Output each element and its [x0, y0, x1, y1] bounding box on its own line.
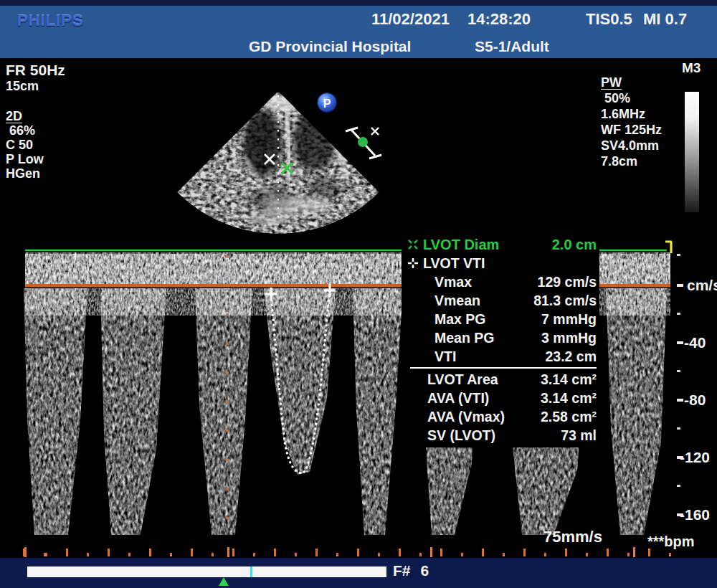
sector-fan — [177, 91, 379, 234]
gray-map-label: M3 — [682, 60, 701, 76]
green-x-marker-icon — [403, 240, 423, 250]
lvot-diam-row: LVOT Diam 2.0 cm — [403, 235, 597, 254]
sweep-speed-label: 75mm/s — [543, 528, 602, 546]
2d-echo-image: P — [165, 72, 402, 247]
gain-pw-label: 50% — [601, 90, 662, 106]
axis-tick-label: -160 — [680, 506, 710, 523]
axis-unit-label: cm/s — [687, 277, 717, 294]
ultrasound-screen: PHILIPS 11/02/2021 14:28:20 TIS0.5 MI 0.… — [0, 0, 717, 588]
wall-filter-label: WF 125Hz — [601, 122, 662, 138]
panel-divider — [410, 367, 597, 369]
probe-preset: S5-1/Adult — [475, 38, 549, 55]
yellow-range-marker — [665, 242, 672, 253]
axis-tick — [677, 370, 680, 372]
measurement-row: AVA (Vmax)2.58 cm² — [403, 407, 597, 426]
compression-label: C 50 — [6, 138, 65, 152]
axis-tick — [677, 427, 680, 430]
frame-counter: F#6 — [393, 562, 429, 579]
sv-depth-label: 7.8cm — [601, 153, 662, 169]
harmonics-label: HGen — [6, 166, 65, 181]
tis-value: TIS0.5 — [586, 10, 632, 29]
axis-tick — [677, 341, 683, 344]
date-display: 11/02/2021 — [371, 10, 450, 29]
timeline-ticks — [22, 547, 688, 559]
persistence-label: P Low — [6, 152, 65, 166]
frame-rate-label: FR 50Hz — [6, 62, 65, 79]
right-parameter-block: PW 50% 1.6MHz WF 125Hz SV4.0mm 7.8cm — [601, 75, 662, 169]
measurement-row: AVA (VTI)3.14 cm² — [403, 389, 597, 407]
frequency-label: 1.6MHz — [601, 106, 662, 122]
measurement-row: Mean PG3 mmHg — [403, 328, 597, 347]
mi-value: MI 0.7 — [643, 10, 687, 29]
axis-tick-label: -80 — [684, 392, 706, 409]
measurement-row: SV (LVOT)73 ml — [403, 426, 597, 445]
axis-tick-label: -120 — [680, 449, 710, 466]
philips-logo: PHILIPS — [17, 11, 84, 30]
caliper-tool-icon — [346, 128, 381, 158]
sample-volume-label: SV4.0mm — [601, 138, 662, 153]
cine-scrollbar[interactable] — [27, 566, 386, 577]
measurement-row: Vmean81.3 cm/s — [403, 291, 597, 310]
measurement-row: VTI23.2 cm — [403, 347, 597, 366]
axis-tick — [677, 399, 683, 402]
axis-tick — [677, 254, 680, 256]
mode-pw-label: PW — [601, 75, 662, 90]
header-bar: PHILIPS 11/02/2021 14:28:20 TIS0.5 MI 0.… — [0, 6, 717, 58]
axis-tick — [677, 485, 680, 487]
axis-tick-label: -40 — [684, 334, 706, 351]
axis-tick — [677, 313, 680, 315]
gain-2d-label: 66% — [6, 123, 65, 138]
footer-bar: F#6 — [0, 558, 717, 588]
left-parameter-block: FR 50Hz 15cm 2D 66% C 50 P Low HGen — [6, 62, 65, 181]
depth-label: 15cm — [6, 79, 65, 93]
measurement-row: Max PG7 mmHg — [403, 310, 597, 328]
grayscale-bar — [685, 92, 699, 212]
mode-2d-label: 2D — [6, 109, 65, 123]
hospital-name: GD Provincial Hospital — [249, 38, 411, 55]
cine-pointer-icon[interactable] — [219, 577, 229, 586]
cross-marker-icon — [403, 258, 423, 268]
probe-orientation-marker: P — [318, 93, 337, 113]
measurement-row: Vmax129 cm/s — [403, 272, 597, 291]
spectral-doppler-display — [0, 234, 717, 538]
measurement-row: LVOT Area3.14 cm² — [403, 370, 597, 389]
time-display: 14:28:20 — [467, 10, 531, 29]
svg-text:P: P — [323, 98, 331, 110]
lvot-vti-header-row: LVOT VTI — [403, 254, 597, 272]
axis-tick — [677, 284, 683, 287]
top-strip — [0, 0, 717, 6]
measurement-panel: LVOT Diam 2.0 cm LVOT VTI Vmax129 cm/s V… — [402, 234, 599, 447]
cine-position-marker[interactable] — [250, 566, 252, 577]
